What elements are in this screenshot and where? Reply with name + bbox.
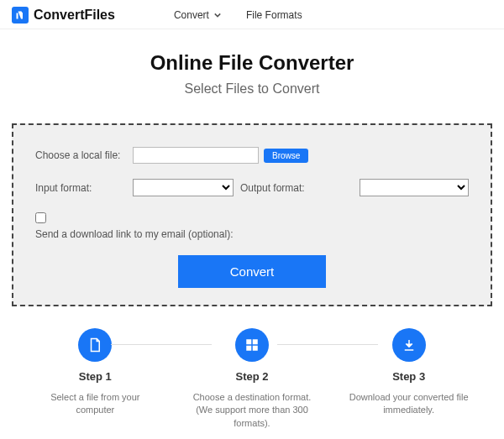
input-format-label: Input format: xyxy=(35,182,128,194)
output-format-label: Output format: xyxy=(240,182,305,194)
logo[interactable]: ConvertFiles xyxy=(12,7,115,24)
steps-row: Step 1 Select a file from your computer … xyxy=(0,328,504,439)
download-icon xyxy=(392,328,426,362)
page-title: Online File Converter xyxy=(0,51,504,75)
connector-line xyxy=(277,344,378,345)
grid-icon xyxy=(235,328,269,362)
output-format-select[interactable] xyxy=(360,179,469,196)
input-format-select[interactable] xyxy=(133,179,234,196)
file-icon xyxy=(78,328,112,362)
nav-file-formats[interactable]: File Formats xyxy=(246,9,302,21)
nav-formats-label: File Formats xyxy=(246,9,302,21)
step-1-desc: Select a file from your computer xyxy=(28,391,162,417)
page-subtitle: Select Files to Convert xyxy=(0,81,504,97)
step-3-title: Step 3 xyxy=(342,370,476,383)
browse-button[interactable]: Browse xyxy=(264,149,308,163)
step-1: Step 1 Select a file from your computer xyxy=(28,328,162,417)
step-3-desc: Download your converted file immediately… xyxy=(342,391,476,417)
connector-line xyxy=(111,344,212,345)
svg-rect-1 xyxy=(253,340,257,344)
file-input[interactable] xyxy=(133,147,259,164)
email-link-checkbox[interactable] xyxy=(35,212,46,223)
brand-name: ConvertFiles xyxy=(34,8,115,23)
nav-convert-label: Convert xyxy=(174,9,209,21)
step-3: Step 3 Download your converted file imme… xyxy=(342,328,476,417)
step-1-title: Step 1 xyxy=(28,370,162,383)
convert-button[interactable]: Convert xyxy=(178,255,327,288)
email-link-label: Send a download link to my email (option… xyxy=(35,228,469,240)
step-2-desc: Choose a destination format. (We support… xyxy=(185,391,319,430)
top-nav: Convert File Formats xyxy=(174,9,302,21)
svg-rect-3 xyxy=(253,347,257,351)
svg-rect-2 xyxy=(247,347,251,351)
step-2-title: Step 2 xyxy=(185,370,319,383)
nav-convert[interactable]: Convert xyxy=(174,9,221,21)
choose-file-label: Choose a local file: xyxy=(35,149,128,161)
chevron-down-icon xyxy=(214,9,221,21)
header: ConvertFiles Convert File Formats xyxy=(0,0,504,29)
converter-panel: Choose a local file: Browse Input format… xyxy=(12,123,492,306)
svg-rect-0 xyxy=(247,340,251,344)
logo-icon xyxy=(12,7,29,24)
